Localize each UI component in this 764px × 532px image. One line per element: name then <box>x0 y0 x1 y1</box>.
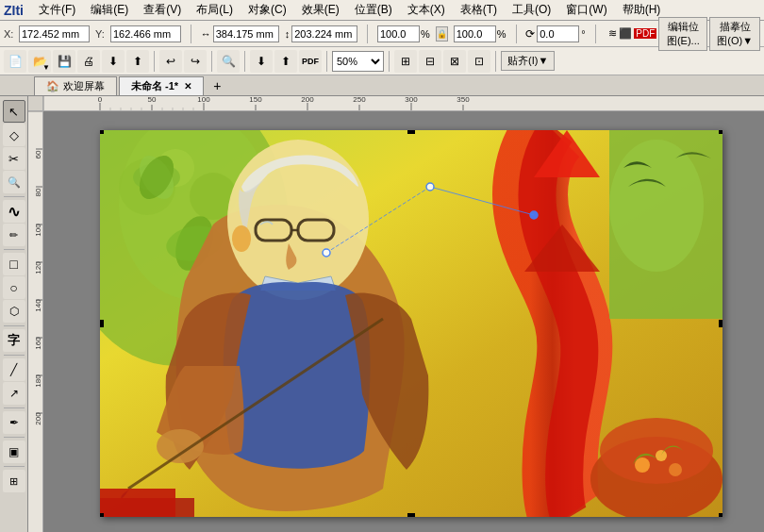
select-tool-button[interactable]: ↖ <box>3 100 25 123</box>
canvas-content[interactable] <box>43 111 764 532</box>
handle-top-right[interactable] <box>719 130 722 134</box>
x-label: X: <box>4 28 17 40</box>
menu-effects[interactable]: 效果(E) <box>294 0 347 20</box>
svg-text:100: 100 <box>34 224 42 237</box>
menu-window[interactable]: 窗口(W) <box>558 0 614 20</box>
handle-top-left[interactable] <box>100 130 104 134</box>
coordinates-bar: X: Y: ↔ ↕ % 🔒 % ⟳ ° ≋ ⬛ PDF 编辑位图(E)... 描… <box>0 21 764 47</box>
import-button[interactable]: ⬇ <box>102 50 125 73</box>
ruler-left: 60 80 100 120 140 160 180 200 <box>28 111 43 532</box>
main-toolbar: 📄 📂 ▼ 💾 🖨 ⬇ ⬆ ↩ ↪ 🔍 ⬇ ⬆ PDF 50% 25% 75% … <box>0 47 764 75</box>
handle-top-center[interactable] <box>407 130 415 134</box>
svg-text:200: 200 <box>301 96 314 104</box>
toolbar-sep-5 <box>389 51 390 72</box>
paste-button[interactable]: ⬆ <box>274 50 297 73</box>
crop-tool-button[interactable]: ✂ <box>3 147 25 170</box>
svg-text:60: 60 <box>34 150 42 158</box>
pattern-tool-button[interactable]: ⊞ <box>3 470 25 492</box>
handle-bottom-right[interactable] <box>719 513 722 517</box>
height-input[interactable] <box>291 25 357 42</box>
zoom-tool-button[interactable]: 🔍 <box>3 171 25 193</box>
handle-mid-right[interactable] <box>719 320 722 327</box>
redo-button[interactable]: ↪ <box>184 50 207 73</box>
guidelines-button[interactable]: ⊟ <box>419 50 441 73</box>
bitmap-tools: ≋ ⬛ PDF 编辑位图(E)... 描摹位图(O)▼ <box>608 17 760 51</box>
lock-aspect-button[interactable]: 🔒 <box>436 26 448 42</box>
canvas-area[interactable]: 0 50 100 150 200 250 300 350 <box>28 96 764 532</box>
menu-table[interactable]: 表格(T) <box>453 0 505 20</box>
svg-point-64 <box>609 140 704 272</box>
menu-file[interactable]: 文件(F) <box>31 0 83 20</box>
svg-point-67 <box>635 457 650 473</box>
rect-tool-button[interactable]: □ <box>3 253 25 275</box>
y-label: Y: <box>95 28 108 40</box>
search-button[interactable]: 🔍 <box>217 50 240 73</box>
svg-text:180: 180 <box>34 374 42 388</box>
tab-welcome[interactable]: 🏠 欢迎屏幕 <box>34 76 117 95</box>
shape-tool-button[interactable]: ◇ <box>3 124 25 146</box>
copy-button[interactable]: ⬇ <box>250 50 273 73</box>
toolbar-sep-2 <box>211 51 212 72</box>
menu-view[interactable]: 查看(V) <box>136 0 189 20</box>
left-toolbar: ↖ ◇ ✂ 🔍 ∿ ✏ □ ○ ⬡ 字 ╱ ↗ ✒ ▣ ⊞ <box>0 96 28 532</box>
toolbar-sep-1 <box>154 51 155 72</box>
menu-text[interactable]: 文本(X) <box>400 0 453 20</box>
tab-welcome-label: 欢迎屏幕 <box>63 79 105 93</box>
fill-tool-button[interactable]: ▣ <box>3 441 25 463</box>
home-icon: 🏠 <box>46 80 59 92</box>
height-icon: ↕ <box>285 28 291 40</box>
smart-draw-button[interactable]: ✏ <box>3 224 25 246</box>
tab-add-button[interactable]: + <box>206 76 228 95</box>
menu-edit[interactable]: 编辑(E) <box>83 0 136 20</box>
dynamic-guides-button[interactable]: ⊡ <box>468 50 490 73</box>
height-group: ↕ <box>285 25 358 42</box>
x-input[interactable] <box>19 25 90 42</box>
svg-text:50: 50 <box>148 96 157 104</box>
menu-object[interactable]: 对象(C) <box>241 0 294 20</box>
tab-close-icon[interactable]: ✕ <box>184 81 191 91</box>
polygon-tool-button[interactable]: ⬡ <box>3 300 25 323</box>
svg-text:80: 80 <box>34 188 42 196</box>
scale-x-input[interactable] <box>377 25 420 42</box>
curve-tool-button[interactable]: ∿ <box>3 200 25 223</box>
angle-group: ⟳ ° <box>525 25 585 42</box>
svg-point-59 <box>157 429 204 463</box>
svg-point-73 <box>426 183 434 191</box>
export-button[interactable]: ⬆ <box>126 50 149 73</box>
ruler-top: 0 50 100 150 200 250 300 350 <box>43 96 764 111</box>
svg-text:140: 140 <box>34 299 42 312</box>
svg-text:100: 100 <box>197 96 210 104</box>
menu-position[interactable]: 位置(B) <box>347 0 400 20</box>
print-button[interactable]: 🖨 <box>77 50 100 73</box>
paint-tool-button[interactable]: ✒ <box>3 411 25 434</box>
parallel-tool-button[interactable]: ╱ <box>3 358 25 381</box>
handle-bottom-left[interactable] <box>100 513 104 517</box>
ellipse-tool-button[interactable]: ○ <box>3 276 25 299</box>
handle-bottom-center[interactable] <box>407 513 415 517</box>
connector-tool-button[interactable]: ↗ <box>3 382 25 405</box>
size-group: ↔ <box>201 25 279 42</box>
y-input[interactable] <box>110 25 181 42</box>
snap-dropdown-button[interactable]: 贴齐(I)▼ <box>501 51 555 71</box>
pdf-export-button[interactable]: PDF <box>299 50 322 73</box>
menu-layout[interactable]: 布局(L) <box>189 0 241 20</box>
angle-input[interactable] <box>537 25 579 42</box>
ruler-left-svg: 60 80 100 120 140 160 180 200 <box>28 111 43 532</box>
scale-y-input[interactable] <box>454 25 496 42</box>
save-button[interactable]: 💾 <box>53 50 75 73</box>
zoom-select[interactable]: 50% 25% 75% 100% 200% <box>332 51 384 72</box>
tab-bar: 🏠 欢迎屏幕 未命名 -1* ✕ + <box>0 75 764 96</box>
grid-button[interactable]: ⊞ <box>394 50 417 73</box>
snap-button[interactable]: ⊠ <box>443 50 466 73</box>
width-input[interactable] <box>213 25 279 42</box>
handle-mid-left[interactable] <box>100 320 104 327</box>
trace-bitmap-button[interactable]: 描摹位图(O)▼ <box>709 17 760 51</box>
edit-bitmap-button[interactable]: 编辑位图(E)... <box>658 17 707 51</box>
open-button[interactable]: 📂 ▼ <box>28 50 51 73</box>
text-tool-button[interactable]: 字 <box>3 329 25 352</box>
menu-tools[interactable]: 工具(O) <box>505 0 558 20</box>
tab-document[interactable]: 未命名 -1* ✕ <box>119 76 204 95</box>
toolbar-sep-4 <box>326 51 327 72</box>
undo-button[interactable]: ↩ <box>159 50 182 73</box>
new-button[interactable]: 📄 <box>4 50 26 73</box>
